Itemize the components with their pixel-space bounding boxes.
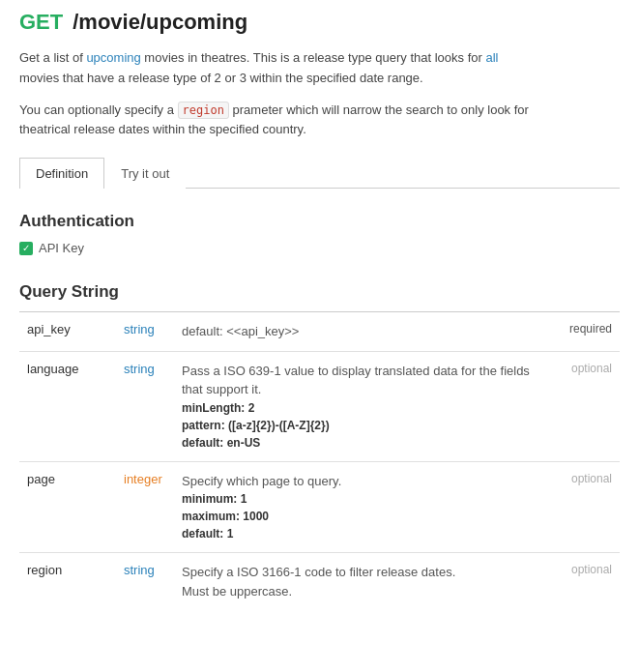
table-row: api_key string default: <<api_key>> requ… xyxy=(19,312,620,352)
table-row: language string Pass a ISO 639-1 value t… xyxy=(19,351,620,461)
query-string-title: Query String xyxy=(19,282,620,302)
auth-title: Authentication xyxy=(19,212,620,231)
param-name-region: region xyxy=(19,553,116,611)
param-name-page: page xyxy=(19,461,116,553)
param-desc-api-key: default: <<api_key>> xyxy=(174,312,562,352)
tab-try-it-out[interactable]: Try it out xyxy=(104,158,186,189)
param-badge-page: optional xyxy=(562,461,620,553)
page-wrapper: GET /movie/upcoming Get a list of upcomi… xyxy=(0,0,639,639)
authentication-section: Authentication ✓ API Key xyxy=(19,212,620,255)
param-badge-region: optional xyxy=(562,553,620,611)
param-name-api-key: api_key xyxy=(19,312,116,352)
param-desc-language: Pass a ISO 639-1 value to display transl… xyxy=(174,351,562,461)
check-icon: ✓ xyxy=(19,242,33,255)
param-desc-page: Specify which page to query. minimum: 1 … xyxy=(174,461,562,553)
api-key-label: API Key xyxy=(39,241,84,255)
params-table: api_key string default: <<api_key>> requ… xyxy=(19,311,620,610)
param-type-api-key: string xyxy=(116,312,174,352)
description-region-text: You can optionally specify a region pram… xyxy=(19,101,620,141)
endpoint-path: /movie/upcoming xyxy=(73,10,247,35)
param-badge-api-key: required xyxy=(562,312,620,352)
param-type-region: string xyxy=(116,553,174,611)
tabs-row: Definition Try it out xyxy=(19,158,620,189)
table-row: page integer Specify which page to query… xyxy=(19,461,620,553)
param-type-language: string xyxy=(116,351,174,461)
description-text: Get a list of upcoming movies in theatre… xyxy=(19,48,620,89)
param-type-page: integer xyxy=(116,461,174,553)
param-name-language: language xyxy=(19,351,116,461)
region-code: region xyxy=(178,102,229,119)
param-desc-region: Specify a ISO 3166-1 code to filter rele… xyxy=(174,553,562,611)
table-row: region string Specify a ISO 3166-1 code … xyxy=(19,553,620,611)
query-string-section: Query String api_key string default: <<a… xyxy=(19,282,620,610)
http-method: GET xyxy=(19,10,63,35)
tab-definition[interactable]: Definition xyxy=(19,158,104,189)
param-badge-language: optional xyxy=(562,351,620,461)
endpoint-title: GET /movie/upcoming xyxy=(19,10,620,35)
api-key-check: ✓ API Key xyxy=(19,241,620,255)
